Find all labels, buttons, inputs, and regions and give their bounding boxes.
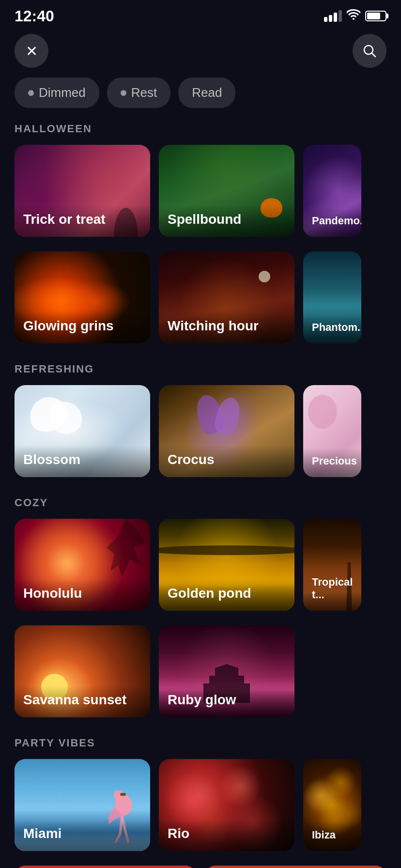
card-blossom-label: Blossom xyxy=(15,445,150,477)
bottom-card-2 xyxy=(205,866,386,868)
filter-read[interactable]: Read xyxy=(178,78,235,108)
card-tropical-label: Tropical t... xyxy=(303,569,361,611)
header-bar: ✕ xyxy=(0,29,401,78)
search-button[interactable] xyxy=(353,34,386,68)
card-spellbound[interactable]: Spellbound xyxy=(159,145,294,237)
refreshing-row-1: Blossom Crocus Precious xyxy=(0,385,401,492)
signal-icon xyxy=(324,10,342,22)
status-time: 12:40 xyxy=(15,7,54,25)
card-honolulu[interactable]: Honolulu xyxy=(15,519,150,611)
status-bar: 12:40 xyxy=(0,0,401,29)
filter-dimmed[interactable]: Dimmed xyxy=(15,78,99,108)
card-miami[interactable]: Miami xyxy=(15,759,150,851)
party-vibes-row-1: Miami Rio Ibiza xyxy=(0,759,401,866)
card-savanna-sunset[interactable]: Savanna sunset xyxy=(15,625,150,717)
card-rio-label: Rio xyxy=(159,819,294,851)
close-button[interactable]: ✕ xyxy=(15,34,48,68)
card-pandemonium[interactable]: Pandemo... xyxy=(303,145,361,237)
card-ibiza-label: Ibiza xyxy=(303,822,361,851)
card-witching-hour[interactable]: Witching hour xyxy=(159,251,294,343)
card-witching-hour-label: Witching hour xyxy=(159,311,294,343)
card-ruby-glow[interactable]: Ruby glow xyxy=(159,625,294,717)
bottom-partial-row xyxy=(0,866,401,868)
bottom-card-1 xyxy=(15,866,196,868)
card-spellbound-label: Spellbound xyxy=(159,205,294,237)
filter-rest[interactable]: Rest xyxy=(107,78,170,108)
card-glowing-grins-label: Glowing grins xyxy=(15,311,150,343)
card-golden-pond-label: Golden pond xyxy=(159,579,294,611)
card-glowing-grins[interactable]: Glowing grins xyxy=(15,251,150,343)
card-crocus-label: Crocus xyxy=(159,445,294,477)
section-halloween-label: HALLOWEEN xyxy=(0,123,401,145)
filter-row: Dimmed Rest Read xyxy=(0,78,401,123)
svg-line-1 xyxy=(372,53,376,57)
card-phantom[interactable]: Phantom... xyxy=(303,251,361,343)
card-savanna-sunset-label: Savanna sunset xyxy=(15,685,150,717)
card-ibiza[interactable]: Ibiza xyxy=(303,759,361,851)
section-refreshing-label: REFRESHING xyxy=(0,363,401,385)
card-pandemonium-label: Pandemo... xyxy=(303,208,361,237)
card-trick-or-treat-label: Trick or treat xyxy=(15,205,150,237)
card-miami-label: Miami xyxy=(15,819,150,851)
svg-rect-4 xyxy=(120,793,126,796)
card-tropical[interactable]: Tropical t... xyxy=(303,519,361,611)
battery-icon xyxy=(365,11,386,21)
card-trick-or-treat[interactable]: Trick or treat xyxy=(15,145,150,237)
card-blossom[interactable]: Blossom xyxy=(15,385,150,477)
card-rio[interactable]: Rio xyxy=(159,759,294,851)
card-golden-pond[interactable]: Golden pond xyxy=(159,519,294,611)
cozy-row-2: Savanna sunset Ruby glow xyxy=(0,625,401,732)
card-precious-label: Precious xyxy=(303,448,361,477)
halloween-row-1: Trick or treat Spellbound Pandemo... xyxy=(0,145,401,251)
wifi-icon xyxy=(347,9,360,23)
section-cozy-label: COZY xyxy=(0,496,401,519)
cozy-row-1: Honolulu Golden pond Tropical t... xyxy=(0,519,401,625)
status-icons xyxy=(324,9,386,23)
section-party-vibes-label: PARTY VIBES xyxy=(0,737,401,759)
card-phantom-label: Phantom... xyxy=(303,314,361,343)
card-ruby-glow-label: Ruby glow xyxy=(159,685,294,717)
card-precious[interactable]: Precious xyxy=(303,385,361,477)
card-crocus[interactable]: Crocus xyxy=(159,385,294,477)
halloween-row-2: Glowing grins Witching hour Phantom... xyxy=(0,251,401,358)
card-honolulu-label: Honolulu xyxy=(15,579,150,611)
